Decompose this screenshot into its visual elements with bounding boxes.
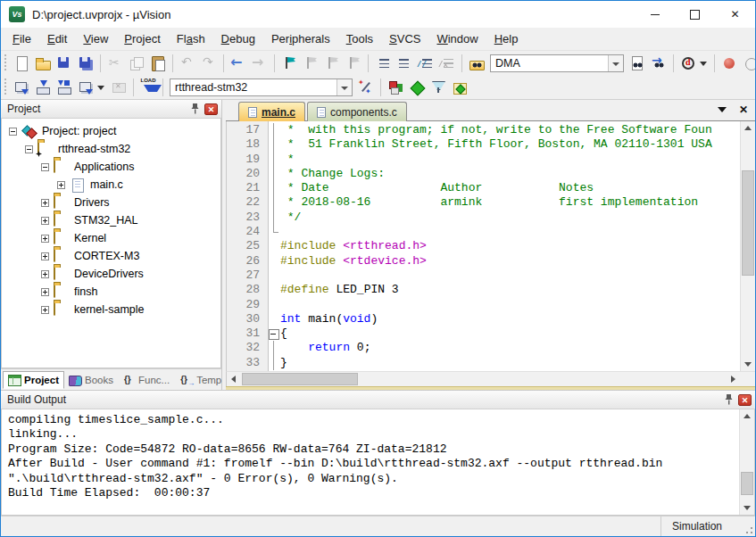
undo-button[interactable] [177, 53, 198, 74]
close-button[interactable] [715, 2, 755, 28]
navigate-forward-button[interactable] [249, 53, 270, 74]
pin-icon[interactable] [187, 103, 202, 116]
collapse-icon[interactable] [9, 128, 17, 136]
menu-window[interactable]: Window [428, 29, 486, 48]
menu-tools[interactable]: Tools [338, 29, 381, 48]
save-all-button[interactable] [75, 53, 96, 74]
close-document-icon[interactable] [737, 103, 750, 116]
build-vscroll-thumb[interactable] [741, 472, 753, 495]
menu-peripherals[interactable]: Peripherals [263, 29, 338, 48]
expand-icon[interactable] [41, 288, 49, 296]
editor-vscroll-thumb[interactable] [742, 170, 754, 276]
copy-button[interactable] [126, 53, 147, 74]
scroll-up-icon[interactable] [740, 409, 754, 423]
incremental-find-button[interactable] [648, 53, 669, 74]
open-file-button[interactable] [32, 53, 54, 74]
paste-button[interactable] [147, 53, 169, 74]
expand-icon[interactable] [41, 306, 49, 314]
redo-button[interactable] [198, 53, 220, 74]
lookup-dropdown-button[interactable] [699, 53, 710, 74]
find-button[interactable] [627, 53, 648, 74]
resize-grip[interactable] [739, 516, 755, 536]
find-text-dropdown-button[interactable] [608, 55, 623, 71]
prev-bookmark-button[interactable] [300, 53, 321, 74]
menu-help[interactable]: Help [486, 29, 527, 48]
menu-debug[interactable]: Debug [213, 29, 263, 48]
tree-item-rtthread-stm32[interactable]: rtthread-stm32 [2, 140, 220, 158]
expand-icon[interactable] [41, 235, 49, 243]
pack-installer-button[interactable] [449, 77, 470, 98]
save-button[interactable] [54, 53, 75, 74]
batch-build-dropdown-button[interactable] [96, 77, 108, 98]
select-packs-button[interactable] [428, 77, 449, 98]
manage-project-items-button[interactable] [385, 77, 406, 98]
fold-collapse-icon[interactable] [268, 326, 280, 341]
new-file-button[interactable] [11, 53, 32, 74]
rebuild-button[interactable] [54, 77, 75, 98]
expand-icon[interactable] [41, 252, 49, 260]
expand-icon[interactable] [57, 181, 65, 189]
scroll-left-icon[interactable] [227, 372, 240, 386]
tree-item-applications[interactable]: Applications [2, 158, 220, 176]
menu-view[interactable]: View [75, 29, 116, 48]
expand-icon[interactable] [41, 199, 49, 207]
scroll-down-icon[interactable] [741, 358, 755, 371]
menu-file[interactable]: File [4, 29, 39, 48]
tab-list-dropdown-icon[interactable] [716, 103, 728, 116]
panel-tab-func[interactable]: {}Func... [120, 372, 174, 388]
options-for-target-button[interactable] [355, 77, 377, 98]
navigate-back-button[interactable] [228, 53, 249, 74]
editor-hscroll-thumb[interactable] [242, 373, 358, 385]
comment-button[interactable] [415, 53, 436, 74]
tree-item-finsh[interactable]: finsh [2, 283, 220, 301]
lookup-button[interactable] [677, 53, 699, 74]
translate-button[interactable] [11, 77, 32, 98]
tree-item-main-c[interactable]: main.c [2, 176, 220, 194]
find-in-files-button[interactable] [466, 53, 487, 74]
uncomment-button[interactable] [436, 53, 458, 74]
toolbar-grip[interactable] [4, 78, 8, 96]
panel-tab-books[interactable]: Books [64, 372, 118, 388]
tree-item-drivers[interactable]: Drivers [2, 194, 220, 211]
cut-button[interactable] [104, 53, 126, 74]
code-area[interactable]: 17 * with this program; if not, write to… [227, 121, 740, 371]
panel-tab-project[interactable]: Project [3, 371, 64, 389]
tree-item-kernel-sample[interactable]: kernel-sample [2, 301, 220, 318]
indent-button[interactable] [372, 53, 394, 74]
build-button[interactable] [32, 77, 54, 98]
scroll-down-icon[interactable] [740, 501, 754, 515]
next-bookmark-button[interactable] [321, 53, 343, 74]
build-output-close-icon[interactable] [738, 394, 752, 406]
editor-hscrollbar[interactable] [226, 371, 755, 386]
find-text-combo[interactable]: DMA [490, 54, 624, 72]
scroll-right-icon[interactable] [727, 372, 740, 386]
menu-project[interactable]: Project [116, 29, 168, 48]
pin-icon[interactable] [721, 393, 735, 407]
download-button[interactable] [137, 77, 159, 98]
collapse-icon[interactable] [25, 145, 33, 153]
target-select-dropdown-button[interactable] [336, 79, 352, 95]
tree-item-kernel[interactable]: Kernel [2, 229, 220, 247]
outdent-button[interactable] [394, 53, 415, 74]
expand-icon[interactable] [41, 217, 49, 225]
editor-tab-components-c[interactable]: components.c [307, 102, 407, 121]
build-output-vscrollbar[interactable] [739, 409, 754, 515]
editor-vscrollbar[interactable] [740, 121, 755, 371]
menu-edit[interactable]: Edit [39, 29, 75, 48]
menu-svcs[interactable]: SVCS [381, 29, 428, 48]
minimize-button[interactable] [635, 2, 675, 28]
tree-item-project-project[interactable]: Project: project [2, 122, 220, 140]
project-panel-close-icon[interactable] [204, 103, 218, 115]
editor-tab-main-c[interactable]: main.c [238, 102, 305, 121]
expand-icon[interactable] [41, 270, 49, 278]
maximize-button[interactable] [675, 2, 715, 28]
tree-item-devicedrivers[interactable]: DeviceDrivers [2, 265, 220, 283]
collapse-icon[interactable] [41, 163, 49, 171]
clear-bookmarks-button[interactable] [343, 53, 364, 74]
toggle-bookmark-button[interactable] [278, 53, 300, 74]
tree-item-cortex-m3[interactable]: CORTEX-M3 [2, 247, 220, 265]
menu-flash[interactable]: Flash [169, 29, 213, 48]
toolbar-grip[interactable] [4, 54, 8, 72]
tree-item-stm32-hal[interactable]: STM32_HAL [2, 211, 220, 229]
disable-breakpoint-button[interactable] [740, 53, 756, 74]
